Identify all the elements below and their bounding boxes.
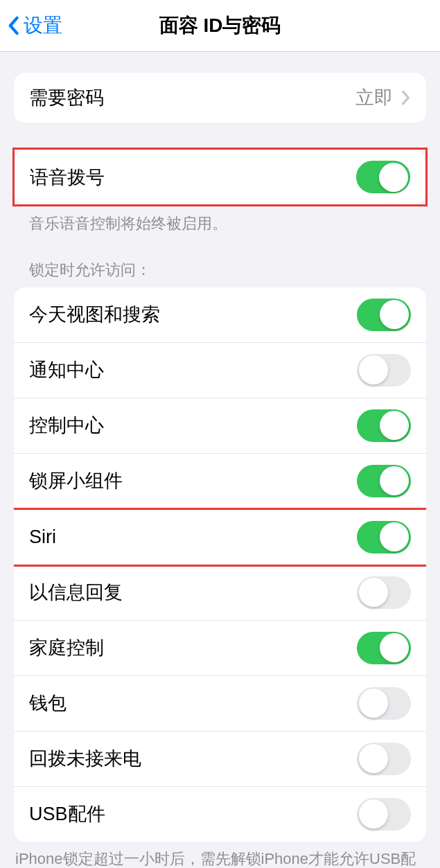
back-button[interactable]: 设置 <box>7 12 62 39</box>
lock-access-row[interactable]: 回拨未接来电 <box>14 732 426 787</box>
toggle-knob <box>380 300 409 329</box>
chevron-left-icon <box>7 16 19 35</box>
voice-dial-label: 语音拨号 <box>30 165 105 190</box>
lock-access-row[interactable]: 钱包 <box>14 676 426 732</box>
require-passcode-row[interactable]: 需要密码 立即 <box>14 73 426 123</box>
lock-access-label: 家庭控制 <box>29 635 104 660</box>
chevron-right-icon <box>401 90 411 105</box>
toggle-knob <box>359 744 388 773</box>
lock-access-label: 以信息回复 <box>29 580 123 605</box>
toggle-knob <box>359 355 388 384</box>
require-passcode-label: 需要密码 <box>29 85 104 110</box>
lock-access-toggle[interactable] <box>357 299 411 331</box>
toggle-knob <box>359 799 388 829</box>
toggle-knob <box>359 578 388 607</box>
lock-access-toggle[interactable] <box>357 354 411 387</box>
back-label: 设置 <box>24 12 62 39</box>
voice-dial-highlight: 语音拨号 <box>12 148 428 206</box>
toggle-knob <box>380 522 409 551</box>
navigation-header: 设置 面容 ID与密码 <box>0 0 440 52</box>
lock-access-label: 今天视图和搜索 <box>29 302 160 327</box>
lock-access-header: 锁定时允许访问： <box>14 260 426 287</box>
lock-access-toggle[interactable] <box>357 743 411 775</box>
lock-access-row[interactable]: 家庭控制 <box>14 621 426 676</box>
lock-access-label: Siri <box>29 526 56 548</box>
lock-access-footer: iPhone锁定超过一小时后，需先解锁iPhone才能允许USB配件连接。 <box>14 842 426 868</box>
lock-access-row[interactable]: 锁屏小组件 <box>14 454 426 509</box>
require-passcode-card: 需要密码 立即 <box>14 73 426 123</box>
require-passcode-value-container: 立即 <box>355 85 411 110</box>
toggle-knob <box>380 466 409 495</box>
lock-access-toggle[interactable] <box>357 798 411 831</box>
lock-access-toggle[interactable] <box>357 521 411 553</box>
lock-access-toggle[interactable] <box>357 409 411 442</box>
lock-access-label: 控制中心 <box>29 413 104 438</box>
lock-access-toggle[interactable] <box>357 465 411 497</box>
lock-access-label: USB配件 <box>29 801 105 826</box>
siri-row-highlight: Siri <box>14 508 426 567</box>
toggle-knob <box>359 689 388 718</box>
lock-access-toggle[interactable] <box>357 632 411 664</box>
lock-access-toggle[interactable] <box>357 687 411 720</box>
require-passcode-value: 立即 <box>355 85 393 110</box>
voice-dial-row[interactable]: 语音拨号 <box>15 150 425 204</box>
lock-access-card: 今天视图和搜索通知中心控制中心锁屏小组件Siri以信息回复家庭控制钱包回拨未接来… <box>14 287 426 842</box>
voice-dial-footer: 音乐语音控制将始终被启用。 <box>14 206 426 235</box>
lock-access-label: 通知中心 <box>29 357 104 382</box>
toggle-knob <box>379 163 408 192</box>
lock-access-label: 回拨未接来电 <box>29 746 141 771</box>
toggle-knob <box>380 633 409 662</box>
lock-access-row[interactable]: 控制中心 <box>14 398 426 454</box>
voice-dial-toggle[interactable] <box>356 161 410 193</box>
lock-access-label: 锁屏小组件 <box>29 468 123 493</box>
lock-access-row[interactable]: USB配件 <box>14 787 426 842</box>
toggle-knob <box>380 411 409 440</box>
lock-access-toggle[interactable] <box>357 576 411 609</box>
page-title: 面容 ID与密码 <box>159 12 281 39</box>
lock-access-row[interactable]: 通知中心 <box>14 343 426 398</box>
lock-access-label: 钱包 <box>29 691 67 716</box>
lock-access-row[interactable]: 以信息回复 <box>14 565 426 621</box>
voice-dial-card: 语音拨号 <box>15 150 425 204</box>
lock-access-row[interactable]: Siri <box>14 510 426 565</box>
lock-access-row[interactable]: 今天视图和搜索 <box>14 287 426 343</box>
